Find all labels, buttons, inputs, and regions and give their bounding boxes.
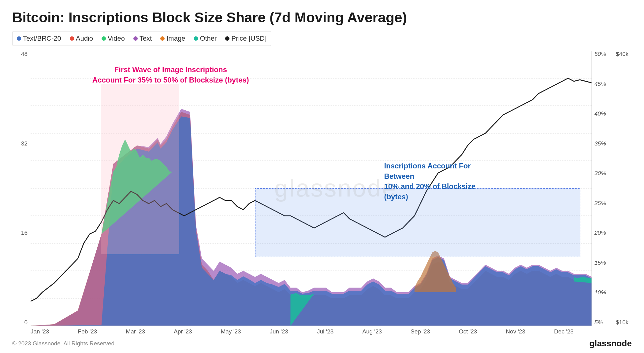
x-label-oct: Oct '23	[459, 328, 477, 335]
chart-container: Bitcoin: Inscriptions Block Size Share (…	[0, 0, 644, 353]
y-axis-pct: 5% 10% 15% 20% 25% 30% 35% 40% 45% 50%	[592, 51, 613, 326]
legend-item-text: Text	[133, 35, 152, 42]
copyright-text: © 2023 Glassnode. All Rights Reserved.	[12, 340, 116, 347]
annotation-blue-line2: 10% and 20% of Blocksize (bytes)	[384, 181, 482, 202]
y-pct-5: 5%	[594, 319, 603, 326]
legend-label-image: Image	[166, 35, 185, 42]
legend-label-video: Video	[108, 35, 125, 42]
image-oct-area	[415, 251, 456, 292]
y-pct-35: 35%	[594, 140, 606, 147]
annotation-pink-line1: First Wave of Image Inscriptions	[92, 64, 249, 75]
x-label-sep: Sep '23	[411, 328, 430, 335]
y-axis-left: 0 16 32 48	[12, 51, 31, 326]
chart-title: Bitcoin: Inscriptions Block Size Share (…	[12, 9, 632, 26]
x-label-may: May '23	[221, 328, 241, 335]
chart-plot-area: glassnode First Wave of Image Inscriptio…	[31, 51, 592, 326]
legend-label-text: Text	[140, 35, 152, 42]
legend-dot-text	[133, 36, 138, 41]
y-label-16: 16	[21, 230, 28, 236]
chart-area-wrapper: 0 16 32 48 glassnode First Wave of Image…	[12, 51, 632, 326]
y-pct-15: 15%	[594, 259, 606, 266]
legend-item-image: Image	[160, 35, 185, 42]
legend-dot-audio	[70, 36, 74, 41]
x-label-mar: Mar '23	[126, 328, 145, 335]
x-label-feb: Feb '23	[78, 328, 97, 335]
y-pct-10: 10%	[594, 289, 606, 296]
y-label-48: 48	[21, 51, 28, 57]
legend-item-other: Other	[194, 35, 217, 42]
x-label-apr: Apr '23	[174, 328, 192, 335]
y-pct-45: 45%	[594, 81, 606, 87]
legend-label-price: Price [USD]	[231, 35, 266, 42]
legend-item-video: Video	[102, 35, 125, 42]
y-pct-40: 40%	[594, 110, 606, 117]
x-axis: Jan '23 Feb '23 Mar '23 Apr '23 May '23 …	[12, 326, 632, 335]
legend-dot-other	[194, 36, 198, 41]
price-low: $10k	[616, 319, 628, 326]
y-pct-25: 25%	[594, 200, 606, 207]
annotation-blue-line1: Inscriptions Account For Between	[384, 161, 482, 181]
x-label-jan: Jan '23	[31, 328, 49, 335]
legend-item-text-brc20: Text/BRC-20	[17, 35, 61, 42]
chart-legend: Text/BRC-20 Audio Video Text Image Other…	[12, 31, 271, 46]
y-pct-30: 30%	[594, 170, 606, 177]
price-high: $40k	[616, 51, 628, 57]
annotation-blue-text: Inscriptions Account For Between 10% and…	[384, 161, 482, 202]
y-label-32: 32	[21, 140, 28, 147]
x-label-jul: Jul '23	[317, 328, 333, 335]
chart-footer: © 2023 Glassnode. All Rights Reserved. g…	[12, 339, 632, 348]
legend-label-text-brc20: Text/BRC-20	[23, 35, 61, 42]
legend-dot-price	[225, 36, 229, 41]
x-label-aug: Aug '23	[362, 328, 382, 335]
annotation-pink-region	[101, 84, 179, 254]
legend-item-price: Price [USD]	[225, 35, 266, 42]
legend-dot-video	[102, 36, 106, 41]
x-label-nov: Nov '23	[506, 328, 525, 335]
x-label-jun: Jun '23	[270, 328, 288, 335]
y-pct-20: 20%	[594, 230, 606, 236]
legend-label-audio: Audio	[76, 35, 93, 42]
y-axis-price: $10k $40k	[613, 51, 632, 326]
legend-dot-image	[160, 36, 165, 41]
footer-logo: glassnode	[590, 339, 632, 348]
annotation-pink-line2: Account For 35% to 50% of Blocksize (byt…	[92, 75, 249, 85]
x-label-dec: Dec '23	[554, 328, 574, 335]
legend-dot-text-brc20	[17, 36, 21, 41]
legend-label-other: Other	[200, 35, 217, 42]
legend-item-audio: Audio	[70, 35, 93, 42]
annotation-pink-text: First Wave of Image Inscriptions Account…	[92, 64, 249, 85]
y-label-0: 0	[24, 319, 28, 326]
y-pct-50: 50%	[594, 51, 606, 57]
